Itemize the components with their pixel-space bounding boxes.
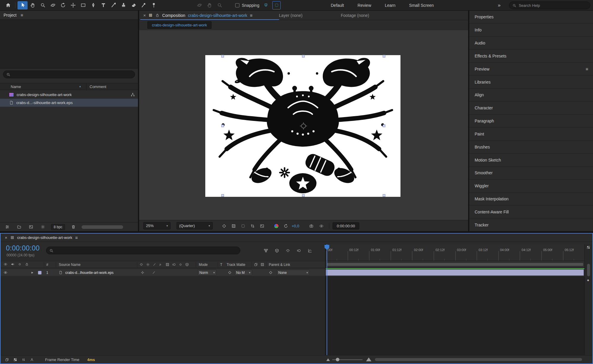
- home-button[interactable]: [3, 1, 13, 9]
- channel-show-button[interactable]: [272, 222, 280, 230]
- workspace-tab-small-screen[interactable]: Small Screen: [409, 3, 434, 8]
- frame-blend-switch-icon[interactable]: [166, 263, 169, 266]
- column-index[interactable]: #: [46, 263, 48, 267]
- clone-stamp-tool-button[interactable]: [118, 1, 128, 9]
- brush-tool-button[interactable]: [108, 1, 118, 9]
- workspace-tab-default[interactable]: Default: [331, 3, 344, 8]
- motion-blur-switch-icon[interactable]: [172, 263, 176, 266]
- panel-tab-brushes[interactable]: Brushes: [469, 141, 593, 154]
- camera-dolly-tool-button[interactable]: [214, 1, 225, 9]
- panel-tab-audio[interactable]: Audio: [469, 37, 593, 50]
- blend-mode-dropdown[interactable]: Norm ▾: [198, 270, 217, 275]
- panel-menu-icon[interactable]: ≡: [75, 235, 78, 240]
- orbit-tool-button[interactable]: [48, 1, 58, 9]
- comp-marker-bin-icon[interactable]: [586, 245, 590, 249]
- lock-column-icon[interactable]: [25, 262, 29, 266]
- graph-editor-button[interactable]: [306, 247, 314, 254]
- project-item-footage[interactable]: crabs-d...-silhouette-art-work.eps: [0, 99, 138, 107]
- selection-handle-top-right[interactable]: [383, 55, 385, 58]
- selection-handle-mid-right[interactable]: [383, 124, 385, 127]
- panel-tab-properties[interactable]: Properties: [469, 11, 593, 24]
- shape-tool-button[interactable]: [78, 1, 88, 9]
- panel-tab-motion-sketch[interactable]: Motion Sketch: [469, 154, 593, 167]
- reset-exposure-button[interactable]: [282, 222, 290, 230]
- workspace-tab-review[interactable]: Review: [357, 3, 371, 8]
- transparency-grid-button[interactable]: [229, 222, 238, 230]
- comp-mini-flowchart-button[interactable]: [262, 247, 270, 254]
- expand-in-out-button[interactable]: [20, 356, 27, 363]
- composition-tab-name[interactable]: crabs-design-silhouette-art-work: [188, 13, 247, 18]
- panel-tab-wiggler[interactable]: Wiggler: [469, 180, 593, 193]
- column-source-name[interactable]: Source Name: [59, 263, 80, 267]
- timeline-horizontal-scrollbar[interactable]: [375, 358, 582, 361]
- layer-label-color-chip[interactable]: [38, 271, 42, 274]
- panel-tab-character[interactable]: Character: [469, 102, 593, 115]
- snap-to-features-button[interactable]: [262, 1, 270, 9]
- motion-blur-toggle-button[interactable]: [295, 247, 303, 254]
- composition-tab-prefix[interactable]: Composition: [162, 13, 185, 18]
- type-tool-button[interactable]: [98, 1, 108, 9]
- panel-tab-tracker[interactable]: Tracker: [469, 218, 593, 231]
- close-tab-icon[interactable]: ×: [143, 13, 146, 18]
- timeline-vertical-divider[interactable]: [325, 244, 326, 355]
- column-comment[interactable]: Comment: [90, 84, 106, 89]
- project-settings-button[interactable]: [39, 223, 46, 231]
- pen-tool-button[interactable]: [88, 1, 98, 9]
- collapse-switch-icon[interactable]: [146, 263, 150, 266]
- panel-tab-paint[interactable]: Paint: [469, 127, 593, 141]
- interpret-footage-button[interactable]: [4, 223, 11, 231]
- rotation-tool-button[interactable]: [58, 1, 68, 9]
- matte-pickwhip-icon[interactable]: [228, 271, 232, 274]
- snap-within-bounds-button[interactable]: [272, 1, 281, 9]
- keyframe-diamond-icon[interactable]: ◆: [587, 279, 589, 282]
- delete-item-button[interactable]: [70, 223, 77, 231]
- roto-brush-tool-button[interactable]: [139, 1, 149, 9]
- draft-3d-button[interactable]: [273, 247, 281, 254]
- new-composition-button[interactable]: [27, 223, 34, 231]
- grid-guides-button[interactable]: [220, 222, 228, 230]
- stack-toggle-icon[interactable]: [254, 263, 258, 266]
- project-search-input[interactable]: [13, 72, 132, 77]
- parent-link-dropdown[interactable]: None ▾: [276, 270, 310, 275]
- track-matte-dropdown[interactable]: No M ▾: [234, 270, 252, 275]
- current-time-indicator-line[interactable]: [327, 244, 327, 355]
- bit-depth-badge[interactable]: 8 bpc: [51, 224, 65, 230]
- zoom-out-mountain-icon[interactable]: [326, 358, 330, 361]
- column-divider[interactable]: [86, 83, 87, 90]
- snapping-checkbox[interactable]: [235, 3, 239, 7]
- time-ruler[interactable]: 00f 00:12f 01:00f 01:12f 02:00f 02:12f 0…: [326, 244, 584, 261]
- panel-tab-smoother[interactable]: Smoother: [469, 167, 593, 180]
- column-t[interactable]: T: [220, 263, 222, 267]
- selection-handle-mid-left[interactable]: [221, 124, 224, 127]
- project-horizontal-scrollbar[interactable]: [82, 225, 123, 229]
- magnification-dropdown[interactable]: 25% ▾: [143, 222, 171, 229]
- eraser-tool-button[interactable]: [128, 1, 139, 9]
- panel-tab-paragraph[interactable]: Paragraph: [469, 115, 593, 128]
- project-panel-header[interactable]: Project ≡: [0, 11, 138, 20]
- timeline-zoom-slider-knob[interactable]: [336, 358, 339, 361]
- layer-list-empty-area[interactable]: [1, 277, 325, 355]
- puppet-pin-tool-button[interactable]: [149, 1, 159, 9]
- composition-breadcrumb[interactable]: crabs-design-silhouette-art-work: [147, 21, 212, 29]
- layer-expander-icon[interactable]: ▸: [31, 270, 33, 274]
- column-track-matte[interactable]: Track Matte: [227, 263, 245, 267]
- layer-source-name[interactable]: crabs-d...lhouette-art-work.eps: [65, 271, 114, 275]
- render-time-toggle-button[interactable]: [28, 356, 36, 363]
- selection-tool-button[interactable]: [18, 1, 28, 9]
- workspace-tab-learn[interactable]: Learn: [385, 3, 395, 8]
- hide-shy-layers-button[interactable]: [284, 247, 292, 254]
- panel-menu-icon[interactable]: ≡: [21, 12, 23, 17]
- timeline-search-input[interactable]: [56, 248, 237, 253]
- fx-switch-icon[interactable]: [159, 263, 163, 266]
- quality-switch-icon[interactable]: [152, 263, 156, 266]
- mask-visibility-button[interactable]: [239, 222, 247, 230]
- timeline-tab-title[interactable]: crabs-design-silhouette-art-work: [17, 235, 72, 240]
- audio-column-icon[interactable]: [11, 262, 15, 266]
- help-search-box[interactable]: [509, 1, 590, 9]
- eye-column-icon[interactable]: [4, 262, 7, 266]
- panel-tab-align[interactable]: Align: [469, 89, 593, 102]
- panel-tab-content-aware-fill[interactable]: Content-Aware Fill: [469, 205, 593, 218]
- take-snapshot-button[interactable]: [307, 222, 315, 230]
- footage-tab[interactable]: Footage (none): [341, 13, 369, 18]
- camera-orbit-tool-button[interactable]: [194, 1, 204, 9]
